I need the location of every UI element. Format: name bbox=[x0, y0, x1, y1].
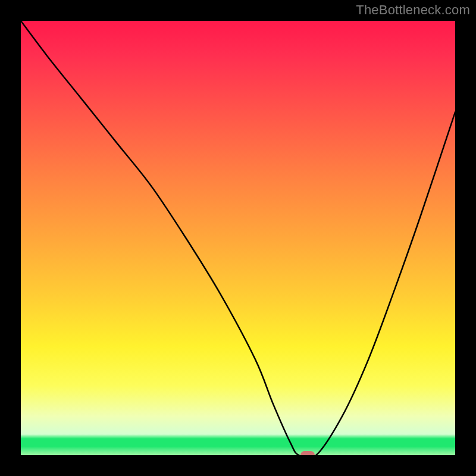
bottleneck-curve bbox=[21, 21, 455, 455]
chart-frame: TheBottleneck.com bbox=[0, 0, 476, 476]
plot-area bbox=[21, 21, 455, 455]
watermark-text: TheBottleneck.com bbox=[356, 2, 470, 18]
